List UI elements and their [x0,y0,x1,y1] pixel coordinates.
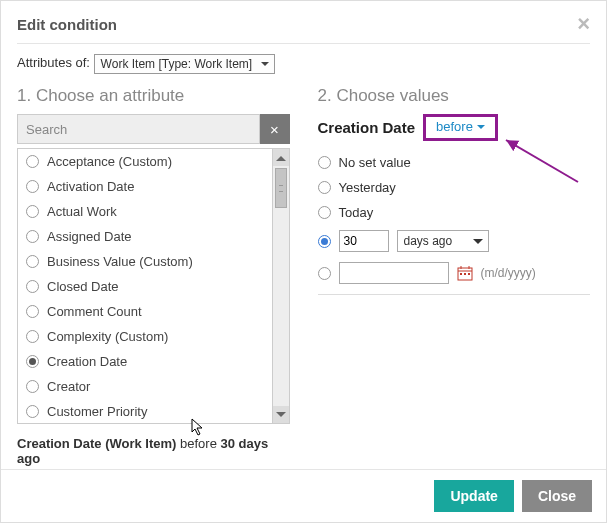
search-input[interactable] [17,114,260,144]
unit-label: days ago [404,234,453,248]
option-today[interactable]: Today [318,205,591,220]
attributes-of-label: Attributes of: [17,55,90,70]
attributes-of-select[interactable]: Work Item [Type: Work Item] [94,54,276,74]
svg-rect-5 [468,273,470,275]
list-item-label: Assigned Date [47,229,132,244]
dialog-header: Edit condition × [17,13,590,44]
summary-mid: before [176,436,220,451]
radio-icon[interactable] [26,255,39,268]
attribute-list[interactable]: Acceptance (Custom)Activation DateActual… [18,149,289,423]
summary-attr: Creation Date (Work Item) [17,436,176,451]
list-item[interactable]: Complexity (Custom) [18,324,289,349]
scrollbar[interactable] [272,149,289,423]
dialog-title: Edit condition [17,16,117,33]
caret-down-icon [477,125,485,133]
search-clear-button[interactable]: × [260,114,290,144]
radio-icon[interactable] [318,156,331,169]
dialog-footer: Update Close [1,469,606,522]
relative-unit-select[interactable]: days ago [397,230,489,252]
list-item[interactable]: Customer Priority [18,399,289,423]
list-item-label: Customer Priority [47,404,147,419]
attributes-of-row: Attributes of: Work Item [Type: Work Ite… [17,54,590,74]
close-icon[interactable]: × [577,13,590,35]
operator-highlight: before [423,114,498,141]
radio-icon[interactable] [26,230,39,243]
relative-number-input[interactable] [339,230,389,252]
option-relative[interactable]: days ago [318,230,591,252]
divider [318,294,591,295]
value-header: Creation Date before [318,114,591,141]
search-bar: × [17,114,290,144]
operator-dropdown[interactable]: before [436,119,485,134]
list-item[interactable]: Business Value (Custom) [18,249,289,274]
radio-icon[interactable] [26,180,39,193]
list-item-label: Closed Date [47,279,119,294]
value-options: No set value Yesterday Today days ago [318,155,591,295]
radio-icon[interactable] [26,155,39,168]
radio-icon[interactable] [26,305,39,318]
list-item-label: Business Value (Custom) [47,254,193,269]
option-label: No set value [339,155,411,170]
scroll-thumb[interactable] [275,168,287,208]
list-item-label: Creator [47,379,90,394]
radio-icon[interactable] [26,205,39,218]
condition-summary: Creation Date (Work Item) before 30 days… [17,436,290,466]
svg-rect-4 [464,273,466,275]
option-label: Yesterday [339,180,396,195]
calendar-icon[interactable] [457,265,473,281]
choose-values-title: 2. Choose values [318,86,591,106]
list-item-label: Comment Count [47,304,142,319]
attribute-list-container: Acceptance (Custom)Activation DateActual… [17,148,290,424]
scroll-down-icon[interactable] [273,406,289,423]
svg-rect-3 [460,273,462,275]
edit-condition-dialog: Edit condition × Attributes of: Work Ite… [1,1,606,523]
list-item[interactable]: Creator [18,374,289,399]
option-specific-date[interactable]: (m/d/yyyy) [318,262,591,284]
value-attr-name: Creation Date [318,119,416,136]
radio-icon[interactable] [318,181,331,194]
radio-icon[interactable] [26,330,39,343]
list-item[interactable]: Actual Work [18,199,289,224]
list-item[interactable]: Assigned Date [18,224,289,249]
scroll-up-icon[interactable] [273,149,289,166]
choose-attribute-title: 1. Choose an attribute [17,86,290,106]
list-item-label: Creation Date [47,354,127,369]
radio-icon[interactable] [318,235,331,248]
list-item-label: Actual Work [47,204,117,219]
list-item-label: Complexity (Custom) [47,329,168,344]
radio-icon[interactable] [318,267,331,280]
update-button[interactable]: Update [434,480,513,512]
x-icon: × [270,121,279,138]
radio-icon[interactable] [26,280,39,293]
list-item[interactable]: Acceptance (Custom) [18,149,289,174]
radio-icon[interactable] [26,355,39,368]
list-item-label: Acceptance (Custom) [47,154,172,169]
choose-attribute-column: 1. Choose an attribute × Acceptance (Cus… [17,86,290,466]
attributes-of-value: Work Item [Type: Work Item] [101,57,253,71]
date-input[interactable] [339,262,449,284]
option-yesterday[interactable]: Yesterday [318,180,591,195]
choose-values-column: 2. Choose values Creation Date before [318,86,591,466]
list-item[interactable]: Creation Date [18,349,289,374]
radio-icon[interactable] [318,206,331,219]
option-label: Today [339,205,374,220]
option-no-set[interactable]: No set value [318,155,591,170]
columns: 1. Choose an attribute × Acceptance (Cus… [17,86,590,466]
list-item[interactable]: Closed Date [18,274,289,299]
list-item[interactable]: Comment Count [18,299,289,324]
list-item[interactable]: Activation Date [18,174,289,199]
operator-label: before [436,119,473,134]
radio-icon[interactable] [26,380,39,393]
date-format-hint: (m/d/yyyy) [481,266,536,280]
radio-icon[interactable] [26,405,39,418]
list-item-label: Activation Date [47,179,134,194]
close-button[interactable]: Close [522,480,592,512]
